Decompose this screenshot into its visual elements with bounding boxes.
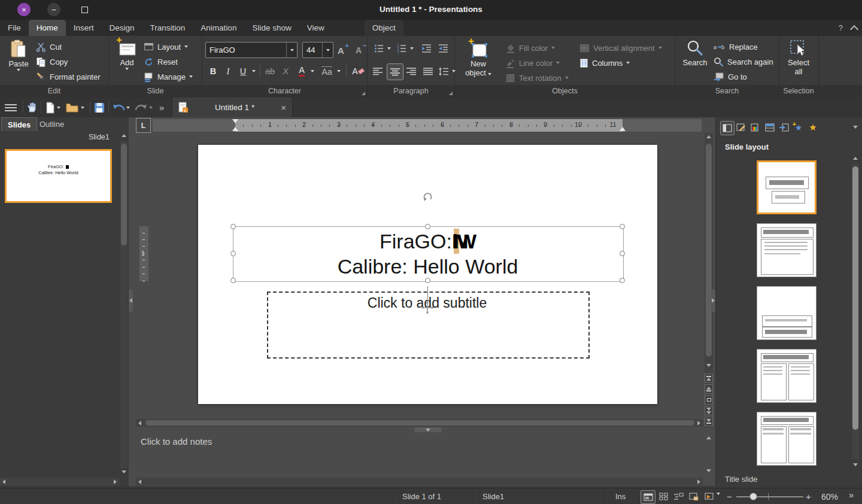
canvas-scroll-down-icon[interactable] — [706, 364, 711, 367]
fill-color-button[interactable]: Fill color — [505, 41, 555, 55]
canvas-scroll-left-icon[interactable] — [138, 421, 141, 426]
select-all-button[interactable]: Selectall — [781, 38, 816, 76]
slideshow-dropdown[interactable] — [717, 495, 720, 504]
zoom-slider-knob[interactable] — [749, 493, 757, 500]
redo-dropdown[interactable] — [149, 101, 153, 114]
font-size-value[interactable]: 44 — [303, 45, 322, 54]
layout-scroll-down-icon[interactable] — [853, 463, 858, 466]
line-spacing-button[interactable] — [437, 63, 450, 79]
font-size-dropdown[interactable] — [322, 42, 333, 57]
toolbar-overflow-button[interactable]: » — [159, 101, 164, 114]
decrease-indent-button[interactable] — [436, 41, 450, 56]
grow-font-button[interactable]: A+ — [338, 43, 344, 57]
search-again-button[interactable]: Search again — [714, 54, 773, 69]
zoom-slider-track[interactable] — [736, 496, 803, 497]
next-slide-button[interactable] — [705, 406, 713, 415]
canvas-scroll-right-icon[interactable] — [697, 421, 700, 426]
go-last-slide-button[interactable] — [705, 417, 713, 426]
rotate-handle-icon[interactable] — [422, 192, 433, 203]
align-left-button[interactable] — [370, 63, 386, 79]
strikethrough-button[interactable]: ab — [262, 63, 278, 79]
text-rotation-button[interactable]: Text rotation — [505, 71, 569, 85]
font-size-combo[interactable]: 44 — [302, 42, 333, 58]
sidebar-animation-tab[interactable]: ★+ — [792, 121, 805, 134]
menu-transition[interactable]: Transition — [142, 20, 193, 36]
bold-button[interactable]: B — [206, 63, 220, 79]
handle-mid-right[interactable] — [620, 251, 625, 256]
save-button[interactable] — [94, 101, 105, 114]
notes-placeholder[interactable]: Click to add notes — [141, 436, 212, 447]
menu-file[interactable]: File — [0, 20, 29, 36]
sidebar-effects-tab[interactable]: ★ — [806, 121, 819, 134]
start-slideshow-button[interactable] — [702, 490, 716, 503]
document-tab[interactable]: s Untitled 1 * × — [172, 98, 293, 117]
sidebar-master-slides-tab[interactable] — [749, 121, 762, 134]
slides-scroll-left-icon[interactable] — [2, 479, 5, 484]
layout-card-title-two-content[interactable] — [757, 412, 817, 466]
cut-button[interactable]: Cut — [36, 40, 62, 54]
underline-dropdown[interactable] — [250, 63, 257, 79]
format-painter-button[interactable]: Format painter — [36, 69, 101, 84]
layout-scrollbar-thumb[interactable] — [852, 166, 858, 430]
left-margin-marker[interactable] — [232, 127, 238, 131]
vertical-alignment-button[interactable]: Vertical alignment — [579, 41, 662, 55]
handle-top-center[interactable] — [425, 224, 430, 229]
notes-view-button[interactable] — [687, 490, 700, 503]
copy-button[interactable]: Copy — [36, 54, 68, 69]
canvas-vscrollbar-thumb[interactable] — [706, 144, 712, 357]
new-object-button[interactable]: + Newobject — [459, 38, 498, 77]
ruler-origin-button[interactable]: L — [136, 118, 151, 133]
menu-object[interactable]: Object — [365, 20, 403, 36]
slides-scrollbar-thumb[interactable] — [121, 144, 127, 245]
justify-button[interactable] — [420, 63, 436, 79]
new-document-dropdown[interactable] — [57, 101, 60, 114]
outline-view-button[interactable] — [672, 490, 685, 503]
menu-view[interactable]: View — [299, 20, 332, 36]
open-file-dropdown[interactable] — [81, 101, 84, 114]
notes-splitter-grip[interactable] — [414, 427, 442, 432]
layout-card-two-content[interactable] — [757, 349, 817, 403]
open-file-button[interactable] — [66, 101, 78, 114]
slides-scroll-right-icon[interactable] — [114, 479, 117, 484]
align-center-button[interactable] — [387, 63, 403, 80]
navigation-button[interactable] — [705, 395, 713, 405]
shadow-button[interactable]: X — [279, 63, 292, 79]
new-document-button[interactable] — [45, 101, 55, 114]
go-first-slide-button[interactable] — [705, 374, 713, 383]
layout-card-centered-text[interactable] — [757, 286, 817, 340]
paragraph-dialog-launcher[interactable] — [449, 92, 453, 95]
slide-thumbnail[interactable]: FiraGO: Calibre: Hello World — [5, 149, 112, 203]
handle-top-left[interactable] — [230, 224, 236, 229]
notes-scroll-up-icon[interactable] — [706, 436, 711, 439]
layout-scroll-up-icon[interactable] — [853, 157, 858, 160]
goto-button[interactable]: Go to — [714, 69, 747, 84]
canvas-scroll-up-icon[interactable] — [706, 135, 711, 138]
title-line-2[interactable]: Calibre: Hello World — [233, 255, 623, 278]
layout-card-title-slide[interactable] — [757, 160, 817, 214]
font-name-combo[interactable]: FiraGO — [205, 42, 298, 58]
vertical-ruler[interactable]: 1 — [139, 226, 148, 281]
previous-slide-button[interactable] — [705, 384, 713, 394]
bullet-list-dropdown[interactable] — [386, 41, 393, 56]
slides-scroll-up-icon[interactable] — [122, 134, 126, 137]
search-button[interactable]: Search — [680, 38, 710, 67]
handle-top-right[interactable] — [620, 224, 625, 229]
change-case-dropdown[interactable] — [335, 63, 342, 79]
sidebar-shapes-tab[interactable] — [778, 121, 791, 134]
horizontal-ruler[interactable]: 1 2 3 4 5 6 7 8 9 10 11 — [153, 119, 702, 132]
font-color-dropdown[interactable] — [309, 63, 316, 79]
handle-bottom-left[interactable] — [230, 278, 236, 283]
handle-bottom-right[interactable] — [620, 278, 625, 283]
shrink-font-button[interactable]: A− — [356, 43, 362, 57]
italic-button[interactable]: I — [221, 63, 235, 79]
manage-button[interactable]: Manage — [144, 69, 193, 84]
menu-toggle-button[interactable] — [5, 101, 17, 114]
sidebar-menu-icon[interactable] — [853, 126, 858, 129]
add-slide-dropdown-icon[interactable] — [125, 68, 129, 70]
add-slide-button[interactable]: + Add — [114, 38, 140, 70]
normal-view-button[interactable] — [641, 490, 655, 504]
underline-button[interactable]: U — [236, 63, 250, 79]
canvas-hscrollbar-thumb[interactable] — [145, 420, 694, 426]
handle-bottom-center[interactable] — [425, 278, 430, 283]
notes-scroll-right-icon[interactable] — [697, 479, 700, 484]
